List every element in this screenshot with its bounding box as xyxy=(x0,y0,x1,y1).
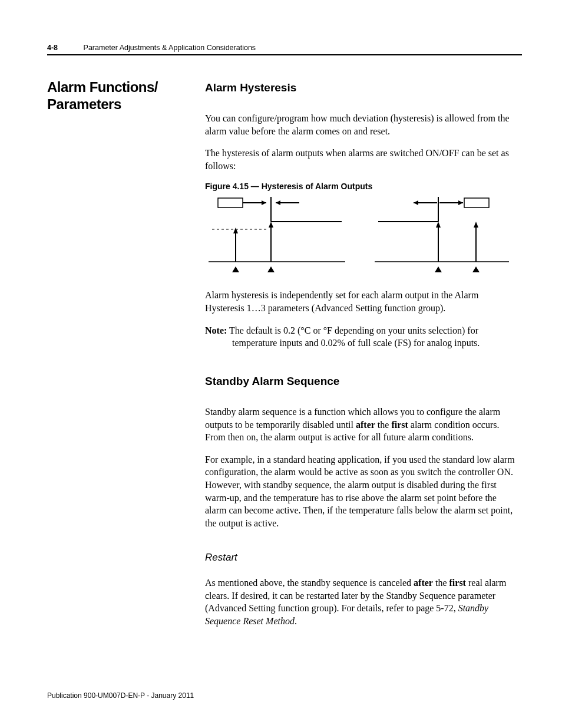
page-number: 4-8 xyxy=(47,44,58,52)
svg-marker-13 xyxy=(232,266,239,272)
subsection-title-standby: Standby Alarm Sequence xyxy=(205,375,515,388)
text-run: . xyxy=(295,616,297,626)
subsection-title-alarm-hysteresis: Alarm Hysteresis xyxy=(205,81,515,94)
svg-rect-15 xyxy=(464,198,489,207)
svg-rect-0 xyxy=(218,198,243,207)
section-heading-left: Alarm Functions/ Parameters xyxy=(47,79,183,113)
paragraph: Alarm hysteresis is independently set fo… xyxy=(205,289,515,314)
svg-marker-9 xyxy=(233,228,238,233)
header-rule xyxy=(47,54,522,55)
svg-marker-14 xyxy=(267,266,275,272)
paragraph: As mentioned above, the standby sequence… xyxy=(205,577,515,627)
bold-first: first xyxy=(391,420,408,430)
subheading-restart: Restart xyxy=(205,552,515,564)
note-text: The default is 0.2 (°C or °F depending o… xyxy=(227,325,478,335)
paragraph: Standby alarm sequence is a function whi… xyxy=(205,406,515,444)
svg-marker-19 xyxy=(414,200,418,205)
svg-marker-4 xyxy=(276,200,280,205)
running-header: 4-8 Parameter Adjustments & Application … xyxy=(47,44,515,52)
paragraph: You can configure/program how much devia… xyxy=(205,112,515,137)
chapter-title: Parameter Adjustments & Application Cons… xyxy=(84,44,256,52)
note-label: Note: xyxy=(205,325,227,335)
paragraph: The hysteresis of alarm outputs when ala… xyxy=(205,147,515,172)
text-run: the xyxy=(375,420,392,430)
svg-marker-2 xyxy=(262,200,266,205)
bold-after: after xyxy=(356,420,375,430)
svg-marker-28 xyxy=(472,266,480,272)
bold-first: first xyxy=(449,578,466,588)
text-run: the xyxy=(433,578,449,588)
bold-after: after xyxy=(414,578,433,588)
note: Note: The default is 0.2 (°C or °F depen… xyxy=(205,324,515,350)
svg-marker-11 xyxy=(269,222,273,228)
svg-marker-25 xyxy=(474,222,478,228)
svg-marker-23 xyxy=(436,222,441,228)
note-text-line2: temperature inputs and 0.02% of full sca… xyxy=(232,337,515,350)
paragraph: For example, in a standard heating appli… xyxy=(205,453,515,530)
svg-marker-17 xyxy=(458,200,463,205)
figure-caption: Figure 4.15 — Hysteresis of Alarm Output… xyxy=(205,182,515,191)
text-run: As mentioned above, the standby sequence… xyxy=(205,578,414,588)
publication-footer: Publication 900-UM007D-EN-P - January 20… xyxy=(47,691,194,700)
hysteresis-diagram xyxy=(205,193,515,276)
svg-marker-27 xyxy=(435,266,442,272)
